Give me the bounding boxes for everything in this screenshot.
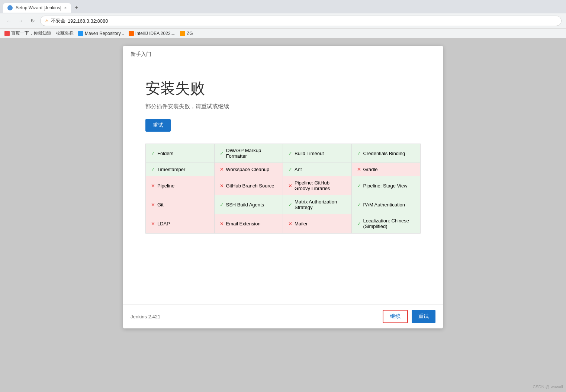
active-tab[interactable]: Setup Wizard [Jenkins] × [3,3,71,13]
success-icon: ✓ [357,221,361,226]
plugin-name: Gradle [363,167,378,172]
footer-retry-button[interactable]: 重试 [412,310,435,323]
plugin-name: GitHub Branch Source [226,183,274,189]
continue-button[interactable]: 继续 [383,310,408,323]
bookmark-item[interactable]: 收藏夹栏 [56,30,74,36]
panel-header: 新手入门 [123,46,443,63]
plugin-name: LDAP [157,221,170,226]
success-icon: ✓ [151,151,155,156]
address-input[interactable]: ⚠ 不安全 192.168.3.32:8080 [40,16,562,26]
success-icon: ✓ [357,183,361,189]
plugin-cell: ✕Pipeline [146,176,215,195]
browser-chrome: Setup Wizard [Jenkins] × + ← → ↻ ⚠ 不安全 1… [0,0,566,38]
success-icon: ✓ [220,202,224,208]
back-button[interactable]: ← [4,16,13,25]
failure-icon: ✕ [288,221,292,226]
install-subtitle: 部分插件安装失败，请重试或继续 [145,103,421,110]
bookmark-favicon [78,31,83,36]
success-icon: ✓ [288,167,292,172]
success-icon: ✓ [151,167,155,172]
success-icon: ✓ [357,202,361,208]
plugin-cell: ✕GitHub Branch Source [215,176,283,195]
panel-body: 安装失败 部分插件安装失败，请重试或继续 重试 ✓Folders✓OWASP M… [123,63,443,304]
plugin-name: Ant [295,167,302,172]
bookmarks-bar: 百度一下，你就知道收藏夹栏Maven Repository...IntelliJ… [0,28,566,38]
plugin-name: Email Extension [226,221,261,226]
bookmark-item[interactable]: ZG [180,31,193,36]
plugin-cell: ✓SSH Build Agents [215,195,283,214]
footer-buttons: 继续 重试 [383,310,435,323]
success-icon: ✓ [357,151,361,156]
plugin-name: Timestamper [157,167,185,172]
plugin-name: OWASP Markup Formatter [226,148,278,159]
reload-button[interactable]: ↻ [28,16,37,25]
content-area: 新手入门 安装失败 部分插件安装失败，请重试或继续 重试 ✓Folders✓OW… [0,38,566,336]
plugin-name: Matrix Authorization Strategy [295,199,346,210]
bookmark-label: Maven Repository... [85,31,124,36]
plugin-name: PAM Authentication [363,202,405,208]
plugin-cell: ✓Localization: Chinese (Simplified) [352,214,421,233]
bookmark-item[interactable]: IntelliJ IDEA 2022.... [129,31,176,36]
plugin-name: Mailer [295,221,308,226]
plugin-name: Credentials Binding [363,151,405,156]
panel-header-label: 新手入门 [131,51,151,57]
plugin-name: Pipeline: GitHub Groovy Libraries [295,180,346,191]
bookmark-favicon [129,31,134,36]
plugin-cell: ✓Ant [283,163,352,176]
tab-title: Setup Wizard [Jenkins] [16,5,61,10]
bookmark-label: 百度一下，你就知道 [11,30,51,36]
new-tab-button[interactable]: + [71,2,82,13]
plugin-cell: ✓Build Timeout [283,144,352,163]
plugin-name: Folders [157,151,173,156]
tab-bar: Setup Wizard [Jenkins] × + [0,0,566,13]
bookmark-favicon [4,31,10,36]
watermark: CSDN @ wuwall [533,385,563,389]
retry-button[interactable]: 重试 [145,119,171,132]
bookmark-item[interactable]: 百度一下，你就知道 [4,30,51,36]
failure-icon: ✕ [151,221,155,226]
failure-icon: ✕ [288,183,292,189]
plugin-cell: ✕Mailer [283,214,352,233]
install-title: 安装失败 [145,78,421,99]
plugin-name: SSH Build Agents [226,202,264,208]
plugin-cell: ✓Credentials Binding [352,144,421,163]
plugin-cell: ✓Timestamper [146,163,215,176]
address-text: 192.168.3.32:8080 [68,18,108,24]
tab-close-button[interactable]: × [64,6,67,10]
plugin-name: Pipeline: Stage View [363,183,408,189]
plugin-grid: ✓Folders✓OWASP Markup Formatter✓Build Ti… [145,144,421,234]
plugin-name: Localization: Chinese (Simplified) [363,218,415,229]
plugin-cell: ✕Git [146,195,215,214]
bookmark-label: 收藏夹栏 [56,30,74,36]
forward-button[interactable]: → [16,16,25,25]
setup-panel: 新手入门 安装失败 部分插件安装失败，请重试或继续 重试 ✓Folders✓OW… [123,46,443,328]
failure-icon: ✕ [151,183,155,189]
tab-favicon [7,5,13,10]
failure-icon: ✕ [220,221,224,226]
failure-icon: ✕ [220,183,224,189]
plugin-cell: ✓PAM Authentication [352,195,421,214]
plugin-cell: ✕Pipeline: GitHub Groovy Libraries [283,176,352,195]
plugin-cell: ✕Workspace Cleanup [215,163,283,176]
failure-icon: ✕ [220,167,224,172]
failure-icon: ✕ [357,167,361,172]
panel-footer: Jenkins 2.421 继续 重试 [123,304,443,328]
failure-icon: ✕ [151,202,155,208]
plugin-cell: ✕Gradle [352,163,421,176]
plugin-cell: ✓Folders [146,144,215,163]
plugin-name: Git [157,202,164,208]
bookmark-label: ZG [187,31,193,36]
insecure-label: 不安全 [51,17,65,24]
plugin-name: Build Timeout [295,151,324,156]
plugin-cell: ✓Pipeline: Stage View [352,176,421,195]
success-icon: ✓ [288,151,292,156]
plugin-name: Pipeline [157,183,174,189]
bookmark-favicon [180,31,185,36]
address-bar: ← → ↻ ⚠ 不安全 192.168.3.32:8080 [0,13,566,28]
plugin-cell: ✓Matrix Authorization Strategy [283,195,352,214]
bookmark-item[interactable]: Maven Repository... [78,31,124,36]
success-icon: ✓ [220,151,224,156]
plugin-cell: ✕Email Extension [215,214,283,233]
insecure-badge: ⚠ [45,19,49,23]
bookmark-label: IntelliJ IDEA 2022.... [135,31,176,36]
